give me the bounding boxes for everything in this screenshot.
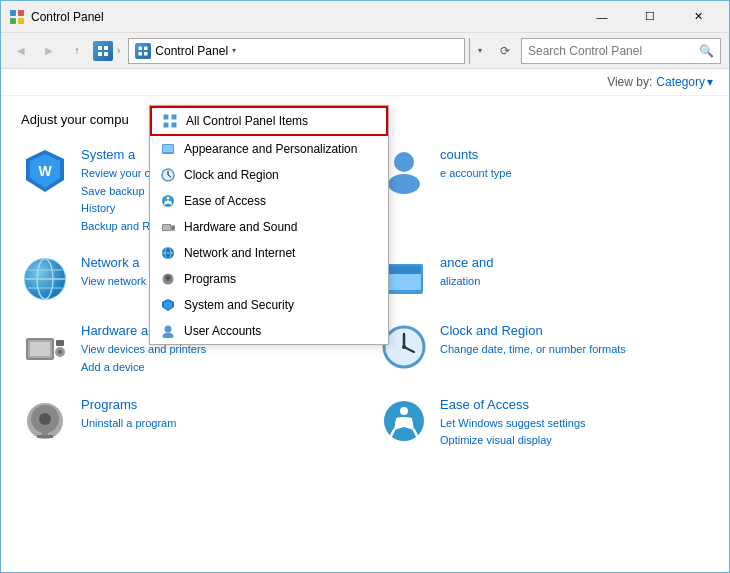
refresh-button[interactable]: ⟳ bbox=[493, 39, 517, 63]
programs-text: Programs Uninstall a program bbox=[81, 397, 176, 433]
system-link-1[interactable]: Review your c bbox=[81, 165, 150, 183]
dropdown-security-label: System and Security bbox=[184, 298, 294, 312]
hardware-link-2[interactable]: Add a device bbox=[81, 359, 206, 377]
search-icon: 🔍 bbox=[699, 44, 714, 58]
ease-link-2[interactable]: Optimize visual display bbox=[440, 432, 586, 450]
useraccount-text: counts e account type bbox=[440, 147, 512, 183]
svg-rect-0 bbox=[10, 10, 16, 16]
view-by-link[interactable]: Category ▾ bbox=[656, 75, 713, 89]
dropdown-all-items[interactable]: All Control Panel Items bbox=[150, 106, 388, 136]
dropdown-network-icon bbox=[160, 245, 176, 261]
app-icon bbox=[9, 9, 25, 25]
forward-button[interactable]: ▶ bbox=[37, 39, 61, 63]
window: Control Panel — ☐ ✕ ◀ ▶ ↑ › bbox=[0, 0, 730, 573]
search-box[interactable]: 🔍 bbox=[521, 38, 721, 64]
dropdown-security[interactable]: System and Security bbox=[150, 292, 388, 318]
programs-icon bbox=[21, 397, 69, 445]
svg-rect-48 bbox=[172, 123, 177, 128]
svg-rect-45 bbox=[164, 115, 169, 120]
svg-point-69 bbox=[163, 333, 174, 339]
system-title[interactable]: System a bbox=[81, 147, 150, 162]
programs-title[interactable]: Programs bbox=[81, 397, 176, 412]
system-link-3[interactable]: History bbox=[81, 200, 150, 218]
svg-text:W: W bbox=[38, 163, 52, 179]
svg-rect-7 bbox=[104, 52, 108, 56]
svg-rect-29 bbox=[56, 340, 64, 346]
clock-link-1[interactable]: Change date, time, or number formats bbox=[440, 341, 626, 359]
address-bar: ◀ ▶ ↑ › bbox=[1, 33, 729, 69]
maximize-button[interactable]: ☐ bbox=[627, 1, 673, 33]
svg-point-68 bbox=[165, 326, 172, 333]
svg-point-42 bbox=[400, 407, 408, 415]
search-input[interactable] bbox=[528, 44, 695, 58]
svg-point-16 bbox=[388, 174, 420, 194]
programs-link-1[interactable]: Uninstall a program bbox=[81, 415, 176, 433]
list-item: Programs Uninstall a program bbox=[21, 397, 350, 450]
ease-text: Ease of Access Let Windows suggest setti… bbox=[440, 397, 586, 450]
dropdown-ease[interactable]: Ease of Access bbox=[150, 188, 388, 214]
address-go-button[interactable]: ▾ bbox=[469, 38, 489, 64]
dropdown-hardware[interactable]: Hardware and Sound bbox=[150, 214, 388, 240]
address-dropdown-arrow[interactable]: ▾ bbox=[232, 46, 244, 55]
svg-rect-3 bbox=[18, 18, 24, 24]
dropdown-appearance-label: Appearance and Personalization bbox=[184, 142, 357, 156]
hardware-icon bbox=[21, 323, 69, 371]
dropdown-programs[interactable]: Programs bbox=[150, 266, 388, 292]
list-item: Clock and Region Change date, time, or n… bbox=[380, 323, 709, 376]
network-icon bbox=[21, 255, 69, 303]
svg-rect-2 bbox=[10, 18, 16, 24]
svg-point-65 bbox=[167, 277, 170, 280]
content-area: View by: Category ▾ Adjust your compu W bbox=[1, 69, 729, 572]
dropdown-all-items-label: All Control Panel Items bbox=[186, 114, 308, 128]
dropdown-users[interactable]: User Accounts bbox=[150, 318, 388, 344]
up-button[interactable]: ↑ bbox=[65, 39, 89, 63]
svg-rect-57 bbox=[163, 225, 170, 230]
window-title: Control Panel bbox=[31, 10, 579, 24]
clock-title[interactable]: Clock and Region bbox=[440, 323, 626, 338]
system-text: System a Review your c Save backup Histo… bbox=[81, 147, 150, 235]
dropdown-network-label: Network and Internet bbox=[184, 246, 295, 260]
svg-rect-10 bbox=[139, 52, 143, 56]
view-bar: View by: Category ▾ bbox=[1, 69, 729, 96]
svg-point-35 bbox=[402, 345, 406, 349]
svg-point-38 bbox=[39, 413, 51, 425]
svg-point-59 bbox=[172, 227, 174, 229]
ease-link-1[interactable]: Let Windows suggest settings bbox=[440, 415, 586, 433]
minimize-button[interactable]: — bbox=[579, 1, 625, 33]
svg-rect-28 bbox=[30, 342, 50, 356]
dropdown-hardware-icon bbox=[160, 219, 176, 235]
useraccount-title[interactable]: counts bbox=[440, 147, 512, 162]
svg-rect-4 bbox=[98, 46, 102, 50]
dropdown-users-icon bbox=[160, 323, 176, 339]
svg-point-15 bbox=[394, 152, 414, 172]
close-button[interactable]: ✕ bbox=[675, 1, 721, 33]
appearance-title[interactable]: ance and bbox=[440, 255, 494, 270]
dropdown-programs-icon bbox=[160, 271, 176, 287]
system-icon: W bbox=[21, 147, 69, 195]
svg-rect-25 bbox=[387, 266, 421, 274]
address-box[interactable]: Control Panel ▾ bbox=[128, 38, 465, 64]
dropdown-ease-icon bbox=[160, 193, 176, 209]
ease-icon bbox=[380, 397, 428, 445]
dropdown-network[interactable]: Network and Internet bbox=[150, 240, 388, 266]
list-item: Ease of Access Let Windows suggest setti… bbox=[380, 397, 709, 450]
svg-rect-46 bbox=[172, 115, 177, 120]
ease-title[interactable]: Ease of Access bbox=[440, 397, 586, 412]
useraccount-link-1[interactable]: e account type bbox=[440, 165, 512, 183]
title-bar: Control Panel — ☐ ✕ bbox=[1, 1, 729, 33]
dropdown-menu: All Control Panel Items Appearance and P… bbox=[149, 105, 389, 345]
svg-point-31 bbox=[58, 350, 62, 354]
dropdown-hardware-label: Hardware and Sound bbox=[184, 220, 297, 234]
dropdown-appearance-icon bbox=[160, 141, 176, 157]
svg-rect-11 bbox=[144, 52, 148, 56]
back-button[interactable]: ◀ bbox=[9, 39, 33, 63]
svg-rect-1 bbox=[18, 10, 24, 16]
dropdown-clock-label: Clock and Region bbox=[184, 168, 279, 182]
svg-rect-50 bbox=[163, 145, 173, 152]
dropdown-clock-icon bbox=[160, 167, 176, 183]
dropdown-clock[interactable]: Clock and Region bbox=[150, 162, 388, 188]
system-link-4[interactable]: Backup and R bbox=[81, 218, 150, 236]
system-link-2[interactable]: Save backup bbox=[81, 183, 150, 201]
dropdown-appearance[interactable]: Appearance and Personalization bbox=[150, 136, 388, 162]
appearance-link-1[interactable]: alization bbox=[440, 273, 494, 291]
